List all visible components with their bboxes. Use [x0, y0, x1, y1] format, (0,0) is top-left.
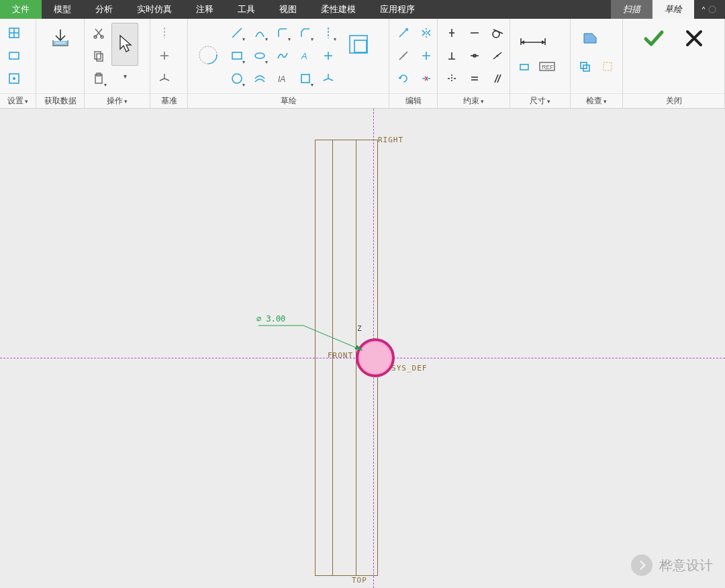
datum-csys-button[interactable]	[154, 68, 175, 89]
svg-rect-11	[97, 54, 103, 61]
select-tool-button[interactable]	[111, 23, 138, 66]
ellipse-tool[interactable]: ▾	[250, 46, 270, 66]
symmetric-constraint[interactable]	[442, 68, 462, 89]
menu-bar: 文件 模型 分析 实时仿真 注释 工具 视图 柔性建模 应用程序 扫描 草绘 ^	[0, 0, 725, 19]
svg-point-6	[13, 77, 15, 80]
sketch-canvas[interactable]: RIGHT TOP FRONT Z PRT_CSYS_DEF ∅ 3.00 桦意…	[0, 109, 725, 588]
group-label-edit: 编辑	[389, 93, 437, 108]
select-dropdown[interactable]: ▾	[111, 68, 138, 83]
group-settings: 设置▾	[0, 19, 36, 108]
svg-rect-29	[350, 36, 367, 53]
cancel-button[interactable]	[679, 23, 710, 54]
datum-right-label: RIGHT	[378, 136, 403, 144]
grid-settings-button[interactable]	[4, 23, 24, 43]
overlap-check-button[interactable]	[575, 56, 595, 77]
paste-button[interactable]: ▾	[89, 68, 109, 89]
tab-tools[interactable]: 工具	[226, 0, 267, 19]
watermark-text: 桦意设计	[659, 556, 713, 575]
chamfer-tool[interactable]: ▾	[295, 23, 316, 43]
import-data-button[interactable]	[45, 23, 76, 54]
group-close: 关闭	[623, 19, 725, 108]
group-label-settings: 设置▾	[0, 93, 36, 108]
svg-point-0	[709, 6, 716, 13]
palette-button[interactable]	[344, 23, 373, 66]
group-dimension: REF 尺寸▾	[510, 19, 571, 108]
tab-sketch[interactable]: 草绘	[652, 0, 694, 19]
svg-rect-49	[520, 64, 528, 70]
delete-segment-tool[interactable]	[416, 68, 436, 89]
text-along-tool[interactable]: IA	[273, 68, 293, 89]
rotate-tool[interactable]	[393, 68, 414, 89]
dimension-tool[interactable]	[514, 23, 552, 54]
ribbon-collapse[interactable]: ^	[694, 0, 725, 19]
offset-edge-tool[interactable]: ▾	[295, 68, 316, 89]
tab-annotate[interactable]: 注释	[184, 0, 226, 19]
svg-text:IA: IA	[278, 75, 285, 84]
vertical-constraint[interactable]	[442, 23, 462, 43]
highlight-check-button[interactable]	[597, 56, 618, 77]
datum-top-label: TOP	[352, 576, 367, 585]
ref-dim-tool[interactable]: REF	[537, 56, 557, 77]
svg-text:A: A	[301, 51, 307, 61]
circle-tool[interactable]: ▾	[227, 68, 247, 89]
group-operate: ▾ ▾ 操作▾	[85, 19, 150, 108]
ok-button[interactable]	[638, 23, 669, 54]
rectangle-tool[interactable]: ▾	[227, 46, 247, 66]
group-label-getdata: 获取数据	[36, 93, 84, 108]
spline-tool[interactable]	[273, 46, 293, 66]
tab-context-sweep[interactable]: 扫描	[611, 0, 652, 19]
copy-button[interactable]	[89, 46, 109, 66]
construction-mode-button[interactable]	[192, 23, 224, 87]
fillet-tool[interactable]: ▾	[273, 23, 293, 43]
baseline-dim-tool[interactable]	[514, 56, 534, 77]
centerline-sketch-tool[interactable]: ▾	[318, 23, 338, 43]
svg-rect-54	[603, 62, 612, 70]
inspect-shading-button[interactable]	[575, 23, 606, 54]
group-label-sketch: 草绘	[188, 93, 389, 108]
text-tool[interactable]: A	[295, 46, 316, 66]
equal-constraint[interactable]	[465, 68, 485, 89]
tab-file[interactable]: 文件	[0, 0, 42, 19]
parallel-constraint[interactable]	[487, 68, 508, 89]
tab-view[interactable]: 视图	[267, 0, 309, 19]
point-tool[interactable]	[318, 46, 338, 66]
arc-tool[interactable]: ▾	[250, 23, 270, 43]
svg-point-26	[232, 74, 242, 83]
datum-point-button[interactable]	[154, 46, 175, 66]
group-sketch: ▾ ▾ ▾ ▾ ▾ ▾ ▾ A ▾ IA ▾	[188, 19, 389, 108]
svg-marker-59	[354, 345, 362, 350]
svg-rect-28	[301, 75, 309, 83]
svg-point-40	[497, 55, 499, 57]
tab-model[interactable]: 模型	[42, 0, 83, 19]
trim-tool[interactable]	[393, 23, 414, 43]
group-constrain: 约束▾	[438, 19, 510, 108]
centerline-button[interactable]	[154, 23, 175, 43]
mirror-tool[interactable]	[416, 23, 436, 43]
csys-sketch-tool[interactable]	[318, 68, 338, 89]
midpoint-constraint[interactable]	[465, 46, 485, 66]
svg-rect-30	[354, 40, 367, 52]
line-tool[interactable]: ▾	[227, 23, 247, 43]
corner-tool[interactable]	[416, 46, 436, 66]
tab-analysis[interactable]: 分析	[83, 0, 125, 19]
sketch-setup-button[interactable]	[4, 46, 24, 66]
tab-apps[interactable]: 应用程序	[368, 0, 427, 19]
svg-rect-10	[95, 52, 101, 59]
offset-tool[interactable]	[250, 68, 270, 89]
svg-rect-21	[232, 52, 242, 59]
cut-button[interactable]	[89, 23, 109, 43]
group-label-close: 关闭	[623, 93, 724, 108]
group-datum: 基准	[150, 19, 188, 108]
coincident-constraint[interactable]	[487, 46, 508, 66]
ref-settings-button[interactable]	[4, 68, 24, 89]
tab-live-sim[interactable]: 实时仿真	[125, 0, 184, 19]
divide-tool[interactable]	[393, 46, 414, 66]
horizontal-constraint[interactable]	[465, 23, 485, 43]
tangent-constraint[interactable]	[487, 23, 508, 43]
perpendicular-constraint[interactable]	[442, 46, 462, 66]
group-inspect: 检查▾	[571, 19, 623, 108]
tab-flexible[interactable]: 柔性建模	[309, 0, 368, 19]
ribbon: 设置▾ 获取数据 ▾ ▾ 操作▾	[0, 19, 725, 109]
group-label-constrain: 约束▾	[438, 93, 510, 108]
svg-line-58	[303, 326, 362, 350]
